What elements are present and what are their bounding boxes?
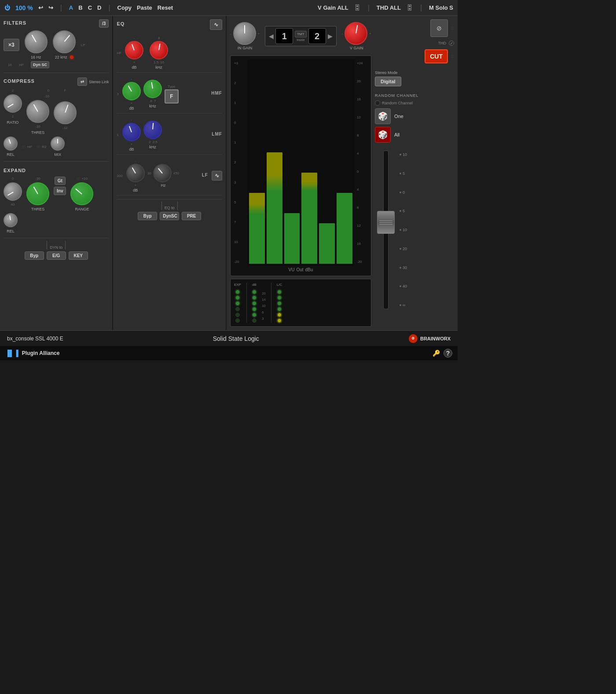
eq-mode-button[interactable]: ∿ xyxy=(210,19,222,30)
phase-button[interactable]: ⊘ xyxy=(430,19,448,37)
eq-hmf-freq-knob[interactable] xyxy=(143,80,162,98)
power-icon[interactable]: ⏻ xyxy=(4,4,10,11)
stereo-mode-label: Stereo Mode xyxy=(375,70,454,75)
expand-knob[interactable] xyxy=(4,182,22,201)
random-one-button[interactable]: 🎲 xyxy=(375,108,391,124)
scale-r-4: 4 xyxy=(357,151,367,155)
compress-thres-neg10: -10 xyxy=(44,94,49,98)
key-icon[interactable]: 🔑 xyxy=(433,350,440,357)
dyn-to-label: DYN to xyxy=(50,245,62,250)
lc-led-6 xyxy=(277,318,282,323)
scale-r-neg16: 16 xyxy=(357,242,367,246)
filters-hz-knob[interactable] xyxy=(25,30,48,53)
compress-ratio-knob[interactable] xyxy=(4,94,22,113)
compress-rel-knob[interactable] xyxy=(4,137,18,151)
lf-hz-label: Hz xyxy=(161,183,165,188)
fader-line-2 xyxy=(379,222,392,223)
filters-section: FILTERS /3 ×3 16 Hz xyxy=(4,19,109,68)
lc-led-5 xyxy=(277,313,282,317)
fader-label-neg5: 5 xyxy=(403,209,405,213)
eq-lmf-band: 1 - + dB xyxy=(117,115,222,155)
preset-d-button[interactable]: D xyxy=(97,4,101,11)
scale-neg20: -20 xyxy=(234,260,245,264)
exp-led-column: EXP xyxy=(234,283,241,323)
fader-label-neg20: 20 xyxy=(403,247,407,251)
eq-lmf-db-knob[interactable] xyxy=(122,123,141,141)
dyn-key-button[interactable]: KEY xyxy=(69,251,88,260)
exp-led-2 xyxy=(235,295,240,300)
eq-label: EQ xyxy=(117,21,125,26)
left-panel: FILTERS /3 ×3 16 Hz xyxy=(0,16,113,330)
scale-1: 1 xyxy=(234,101,245,105)
eq-hmf-band: 3 - + dB xyxy=(117,74,222,114)
eq-lmf-freq-knob[interactable] xyxy=(143,121,162,139)
preset-c-button[interactable]: C xyxy=(88,4,92,11)
led-matrix: EXP dB xyxy=(230,279,371,327)
cut-button[interactable]: CUT xyxy=(425,49,448,63)
help-icon[interactable]: ? xyxy=(444,349,452,358)
div3-button[interactable]: /3 xyxy=(99,19,109,28)
fader-handle[interactable] xyxy=(377,211,395,234)
lmf-db-plus: + xyxy=(131,142,133,146)
v-gain-all-knob-icon: 🎛 xyxy=(354,4,361,12)
fader-label-neg30: 30 xyxy=(403,266,407,270)
scale-r-neg12: 12 xyxy=(357,224,367,228)
percent-display: 100 % xyxy=(15,4,33,11)
eq-lf-freq-knob[interactable] xyxy=(153,164,172,182)
preset-b-button[interactable]: B xyxy=(78,4,82,11)
reset-button[interactable]: Reset xyxy=(158,4,173,11)
v-gain-knob[interactable] xyxy=(345,22,367,45)
plugin-alliance-label: Plugin Alliance xyxy=(22,350,60,356)
dyn-sc-button[interactable]: Dyn SC xyxy=(31,61,49,68)
bottom-bar: bx_console SSL 4000 E Solid State Logic … xyxy=(0,330,458,346)
ch-right-arrow[interactable]: ▶ xyxy=(328,33,333,40)
compress-thres-knob[interactable] xyxy=(26,100,49,123)
fader-label-inf: ∞ xyxy=(403,303,405,307)
eq-byp-button[interactable]: Byp xyxy=(138,212,157,220)
redo-icon[interactable]: ↪ xyxy=(48,4,53,11)
eq-lf-db-knob[interactable] xyxy=(126,164,145,182)
expand-rel-knob[interactable] xyxy=(4,213,18,227)
hf-val-15: 1.5 xyxy=(154,60,158,64)
plugin-alliance-bar: ▐▌▐ Plugin Alliance 🔑 ? xyxy=(0,346,458,360)
hmf-type-button[interactable]: F xyxy=(165,89,179,103)
inv-button[interactable]: Inv xyxy=(54,187,66,195)
lf-filter-button[interactable]: ∿ xyxy=(212,171,222,181)
brand-name: Solid State Logic xyxy=(72,335,400,342)
dyn-eg-button[interactable]: E/G xyxy=(47,251,66,260)
expand-section: EXPAND 0 40 -30 xyxy=(4,166,109,233)
compress-mix-knob[interactable] xyxy=(51,137,65,151)
eq-pre-button[interactable]: PRE xyxy=(182,212,201,220)
fader-label-neg10: 10 xyxy=(403,228,407,232)
digital-button[interactable]: Digital xyxy=(375,77,401,86)
dyn-byp-button[interactable]: Byp xyxy=(25,251,44,260)
ch-left-arrow[interactable]: ◀ xyxy=(269,33,274,40)
ch-left-display: 1 xyxy=(275,28,293,44)
paste-button[interactable]: Paste xyxy=(137,4,152,11)
exp-label: EXP xyxy=(234,283,241,287)
copy-button[interactable]: Copy xyxy=(117,4,132,11)
expand-val40: 40 xyxy=(11,203,15,207)
compress-thres2-knob[interactable] xyxy=(54,101,77,124)
compress-thres-label: THRES xyxy=(31,130,45,135)
x3-button[interactable]: ×3 xyxy=(4,39,19,51)
preset-a-button[interactable]: A xyxy=(69,4,73,11)
lmf-label: LMF xyxy=(212,132,222,137)
in-gain-knob[interactable] xyxy=(233,22,256,45)
eq-hf-db-knob[interactable] xyxy=(125,41,143,59)
lf-val-200: 200 xyxy=(117,174,122,178)
lc-led-3 xyxy=(277,301,282,306)
undo-icon[interactable]: ↩ xyxy=(38,4,43,11)
eq-hmf-db-knob[interactable] xyxy=(122,82,141,100)
random-all-button[interactable]: 🎲 xyxy=(375,127,391,143)
eq-hf-freq-knob[interactable] xyxy=(150,41,168,59)
stereo-link-button[interactable]: ⇄ xyxy=(77,78,87,86)
expand-range-knob[interactable] xyxy=(70,182,93,205)
one-label: One xyxy=(394,114,403,119)
fader-dot-neg10 xyxy=(400,229,401,231)
eq-dynsc-button[interactable]: DynSC xyxy=(160,212,179,220)
exp-led-5 xyxy=(235,313,240,317)
expand-thres-knob[interactable] xyxy=(26,182,49,205)
filters-khz-knob[interactable] xyxy=(53,30,76,53)
gt-button[interactable]: Gt xyxy=(55,177,66,185)
